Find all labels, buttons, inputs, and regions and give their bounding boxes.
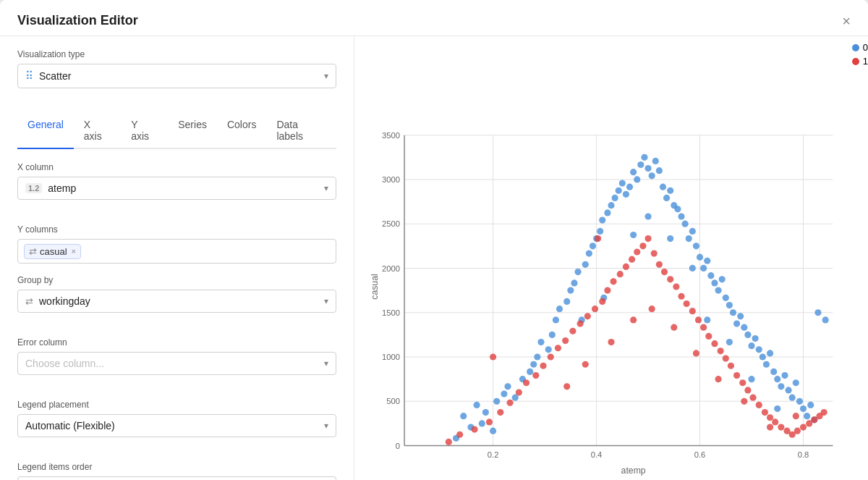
svg-point-126 <box>456 431 463 438</box>
svg-point-62 <box>626 184 633 190</box>
svg-point-58 <box>612 195 618 201</box>
svg-point-156 <box>678 293 684 300</box>
tab-yaxis[interactable]: Y axis <box>121 113 168 149</box>
svg-point-87 <box>719 276 726 282</box>
svg-point-90 <box>730 309 736 316</box>
svg-point-149 <box>639 243 646 249</box>
x-column-select[interactable]: 1.2 atemp ▾ <box>17 177 336 200</box>
svg-text:0.2: 0.2 <box>488 450 499 459</box>
svg-point-91 <box>733 320 740 327</box>
svg-point-63 <box>630 169 637 175</box>
svg-point-73 <box>667 188 673 194</box>
svg-point-164 <box>723 355 729 361</box>
legend-order-label: Legend items order <box>17 462 336 472</box>
svg-point-54 <box>597 228 603 235</box>
svg-point-163 <box>718 348 724 354</box>
chevron-down-icon: ▾ <box>324 296 328 306</box>
svg-point-142 <box>599 298 605 305</box>
svg-point-177 <box>794 428 801 434</box>
error-column-placeholder: Choose column... <box>25 358 104 369</box>
svg-point-183 <box>490 353 496 360</box>
svg-point-191 <box>693 350 699 356</box>
viz-type-section: Visualization type ⠿ Scatter ▾ <box>17 49 336 101</box>
svg-point-135 <box>548 353 554 360</box>
close-button[interactable]: × <box>842 14 851 28</box>
svg-point-144 <box>610 278 616 285</box>
svg-point-41 <box>537 339 544 345</box>
svg-point-47 <box>567 287 574 294</box>
svg-point-80 <box>693 243 699 249</box>
legend-label-0: 0 <box>863 42 868 53</box>
svg-point-66 <box>641 154 647 161</box>
svg-point-148 <box>634 248 640 255</box>
svg-point-89 <box>726 302 733 308</box>
svg-point-30 <box>482 409 489 416</box>
right-panel: 0 1 casual atemp <box>354 36 868 480</box>
svg-point-59 <box>616 188 622 194</box>
svg-point-70 <box>656 167 663 174</box>
tab-general[interactable]: General <box>17 113 74 149</box>
svg-text:1500: 1500 <box>382 308 400 317</box>
svg-text:2500: 2500 <box>382 219 400 228</box>
chevron-down-icon: ▾ <box>324 71 328 81</box>
svg-point-140 <box>584 313 591 319</box>
svg-point-95 <box>748 342 754 349</box>
svg-point-31 <box>474 402 480 408</box>
tag-remove-button[interactable]: × <box>72 247 76 256</box>
svg-point-102 <box>774 376 780 382</box>
svg-point-38 <box>527 369 533 375</box>
svg-point-185 <box>563 383 570 390</box>
svg-point-184 <box>595 235 601 242</box>
group-by-select[interactable]: ⇄ workingday ▾ <box>17 290 336 313</box>
svg-text:0.6: 0.6 <box>694 450 706 459</box>
svg-point-94 <box>744 332 751 338</box>
tab-series[interactable]: Series <box>168 113 217 149</box>
svg-point-64 <box>634 176 640 182</box>
svg-point-187 <box>608 339 614 345</box>
svg-point-121 <box>704 316 710 323</box>
viz-type-select[interactable]: ⠿ Scatter ▾ <box>17 64 336 88</box>
svg-point-118 <box>644 213 651 219</box>
svg-point-150 <box>644 235 651 242</box>
svg-point-190 <box>671 324 677 331</box>
svg-point-83 <box>704 258 710 264</box>
svg-point-129 <box>497 409 503 416</box>
svg-point-35 <box>504 383 511 390</box>
svg-text:0: 0 <box>396 442 400 450</box>
y-column-tag: ⇄ casual × <box>24 244 81 259</box>
svg-point-192 <box>715 376 721 382</box>
svg-point-158 <box>689 308 696 314</box>
svg-point-50 <box>582 261 589 268</box>
svg-point-82 <box>700 265 707 271</box>
svg-point-130 <box>506 400 513 406</box>
tabs-bar: General X axis Y axis Series Colors Data… <box>17 113 336 149</box>
scatter-icon: ⠿ <box>25 70 33 83</box>
svg-point-34 <box>501 390 507 397</box>
svg-point-133 <box>532 372 539 379</box>
left-panel: Visualization type ⠿ Scatter ▾ General X… <box>0 36 354 480</box>
svg-point-155 <box>673 283 679 290</box>
error-column-select[interactable]: Choose column... ▾ <box>17 352 336 375</box>
svg-text:3000: 3000 <box>382 175 400 184</box>
svg-point-154 <box>667 276 673 282</box>
svg-point-46 <box>563 298 570 305</box>
legend-placement-select[interactable]: Automatic (Flexible) ▾ <box>17 414 336 437</box>
group-by-value: workingday <box>39 295 90 307</box>
svg-point-103 <box>778 383 784 390</box>
tab-xaxis[interactable]: X axis <box>74 113 121 149</box>
y-columns-input[interactable]: ⇄ casual × <box>17 239 336 264</box>
legend-order-select[interactable]: Normal ▾ <box>17 476 336 480</box>
svg-point-60 <box>619 180 626 186</box>
x-axis-label: atemp <box>621 466 646 476</box>
svg-point-134 <box>540 363 546 369</box>
svg-point-71 <box>660 184 666 190</box>
legend-order-section: Legend items order Normal ▾ <box>17 462 336 480</box>
tab-colors[interactable]: Colors <box>217 113 266 149</box>
svg-point-39 <box>530 361 537 368</box>
visualization-editor-modal: Visualization Editor × Visualization typ… <box>0 0 868 480</box>
tab-datalabels[interactable]: Data labels <box>266 113 336 149</box>
svg-point-109 <box>800 405 807 412</box>
svg-point-96 <box>752 335 759 342</box>
legend-placement-select-row: Automatic (Flexible) ▾ <box>17 414 336 437</box>
svg-point-127 <box>471 426 477 432</box>
